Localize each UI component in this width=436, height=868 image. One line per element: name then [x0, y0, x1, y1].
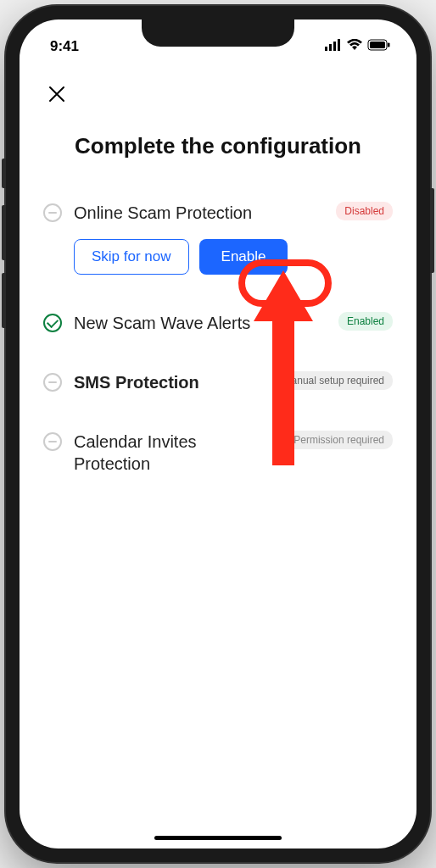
- svg-rect-0: [325, 47, 327, 51]
- status-badge-enabled: Enabled: [338, 312, 393, 331]
- wifi-icon: [347, 38, 362, 55]
- svg-rect-2: [333, 42, 336, 51]
- config-item-scam-wave: New Scam Wave Alerts Enabled: [43, 312, 393, 334]
- minus-circle-icon: [43, 432, 62, 451]
- minus-circle-icon: [43, 203, 62, 222]
- skip-button[interactable]: Skip for now: [74, 239, 189, 275]
- status-badge-permission: Permission required: [285, 431, 393, 449]
- phone-frame: 9:41 Complete the configuration: [6, 6, 430, 862]
- config-item-title: New Scam Wave Alerts: [74, 312, 250, 334]
- battery-icon: [367, 38, 391, 55]
- signal-icon: [325, 38, 342, 55]
- config-item-online-scam: Online Scam Protection Disabled Skip for…: [43, 202, 393, 275]
- config-item-sms: SMS Protection Manual setup required: [43, 371, 393, 393]
- page-title: Complete the configuration: [43, 133, 393, 159]
- enable-button[interactable]: Enable: [199, 239, 288, 275]
- svg-rect-1: [329, 44, 332, 51]
- config-item-title: Calendar Invites Protection: [74, 431, 277, 475]
- config-item-title: Online Scam Protection: [74, 202, 252, 224]
- config-item-title: SMS Protection: [74, 371, 199, 393]
- svg-rect-3: [338, 39, 340, 51]
- check-circle-icon: [43, 314, 62, 332]
- app-screen: 9:41 Complete the configuration: [20, 19, 416, 849]
- status-badge-disabled: Disabled: [336, 202, 393, 220]
- home-indicator[interactable]: [154, 836, 282, 840]
- svg-rect-5: [370, 42, 385, 48]
- svg-rect-6: [388, 43, 390, 47]
- status-time: 9:41: [50, 38, 79, 55]
- close-button[interactable]: [43, 81, 70, 108]
- status-badge-manual: Manual setup required: [275, 371, 393, 390]
- minus-circle-icon: [43, 373, 62, 392]
- close-icon: [48, 86, 65, 103]
- phone-notch: [142, 19, 294, 47]
- config-item-calendar: Calendar Invites Protection Permission r…: [43, 431, 393, 475]
